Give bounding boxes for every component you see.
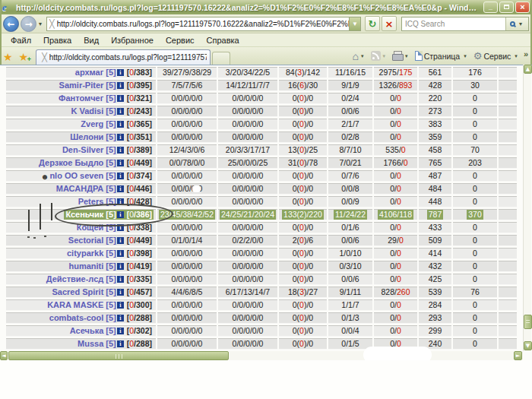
player-info-icon[interactable]: i — [117, 340, 124, 347]
player-name-link[interactable]: Mussa [5] — [78, 339, 116, 348]
player-name-link[interactable]: humaniti [5] — [68, 261, 116, 271]
player-name-link[interactable]: Ксеньчик [5] — [65, 210, 116, 219]
vertical-scroll-thumb[interactable] — [524, 315, 532, 329]
player-info-icon[interactable]: i — [117, 237, 124, 244]
player-name-link[interactable]: Sacred Spirit [5] — [52, 287, 116, 296]
add-favorite-icon[interactable]: ★+ — [16, 49, 32, 65]
search-button[interactable]: ▾ — [505, 17, 528, 30]
back-button[interactable]: ← — [3, 16, 19, 32]
menu-tools[interactable]: Сервис — [160, 35, 201, 46]
player-info-icon[interactable]: i — [117, 134, 124, 141]
stop-button[interactable]: × — [382, 16, 397, 31]
player-name-link[interactable]: Дерзкое Быдло [5] — [39, 158, 116, 167]
deaths-max: /383] — [134, 68, 152, 77]
exp-stats-cell: 0/0 — [374, 299, 417, 311]
player-info-icon[interactable]: i — [117, 198, 124, 205]
player-info-icon[interactable]: i — [117, 263, 124, 270]
scroll-up-icon[interactable]: ▲ — [524, 65, 532, 74]
player-name-link[interactable]: cityparkk [5] — [67, 249, 116, 258]
player-name-run: Zverg [5]i [0/365] — [79, 119, 154, 130]
player-name-link[interactable]: nlo OO seven [5] — [49, 171, 116, 180]
player-name-link[interactable]: Den-Silver [5] — [62, 145, 116, 154]
whiteout-smudge — [192, 185, 201, 192]
player-info-icon[interactable]: i — [117, 160, 124, 166]
address-dropdown-icon[interactable]: ▼ — [349, 17, 360, 30]
player-name-link[interactable]: Кощей [5] — [77, 223, 116, 232]
player-name-link[interactable]: Sectorial [5] — [68, 236, 116, 245]
player-name-link[interactable]: KARA MASKE [5] — [47, 300, 116, 309]
hp-stats-cell: 359 — [419, 131, 451, 143]
player-info-icon[interactable]: i — [117, 108, 124, 115]
new-tab-button[interactable] — [212, 52, 230, 65]
scroll-down-icon[interactable]: ▼ — [524, 341, 532, 350]
total-stats-cell: 0 — [453, 196, 497, 207]
favorites-star-icon[interactable]: ★ — [0, 49, 16, 65]
player-info-icon[interactable]: i — [117, 250, 124, 257]
deaths-max: /288] — [134, 339, 152, 348]
player-info-icon[interactable]: i — [117, 302, 124, 309]
player-name-link[interactable]: combats-cool [5] — [49, 313, 116, 322]
player-info-icon[interactable]: i — [117, 211, 124, 218]
search-dropdown-icon[interactable]: ▾ — [517, 21, 524, 27]
hit-stats-cell: 0/0/0/0/0 — [218, 222, 277, 233]
scroll-left-icon[interactable]: ◄ — [0, 351, 8, 360]
page-menu-button[interactable]: Страница▾ — [413, 49, 471, 64]
tools-menu-button[interactable]: ⚙Сервис▾ — [471, 49, 522, 64]
menu-favorites[interactable]: Избранное — [105, 35, 160, 46]
player-name-link[interactable]: Zverg [5] — [81, 119, 116, 128]
player-name-link[interactable]: K Vadisi [5] — [71, 106, 116, 116]
history-dropdown-icon[interactable]: ▾ — [36, 21, 44, 27]
address-url[interactable]: http://oldcity.combats.ru/logs.pl?log=12… — [57, 20, 349, 28]
player-name-run: Sectorial [5]i [0/449] — [67, 236, 154, 246]
total-stats-cell: 0 — [453, 274, 497, 285]
crit-stats-cell: 0(0)/0 — [279, 222, 327, 233]
player-name-link[interactable]: архмаг [5] — [75, 68, 116, 77]
search-input[interactable]: ICQ Search — [402, 20, 505, 28]
player-info-icon[interactable]: i — [117, 147, 124, 154]
player-info-icon[interactable]: i — [117, 69, 124, 76]
player-info-icon[interactable]: i — [117, 289, 124, 296]
menu-edit[interactable]: Правка — [37, 35, 78, 46]
deaths-max: /419] — [134, 261, 152, 271]
address-field[interactable]: ╳ http://oldcity.combats.ru/logs.pl?log=… — [46, 17, 361, 31]
player-info-icon[interactable]: i — [117, 95, 124, 102]
close-button[interactable]: × — [515, 2, 530, 13]
toolbar-overflow-icon[interactable]: » — [522, 49, 530, 63]
home-button[interactable]: ⌂▾ — [350, 49, 369, 64]
search-box[interactable]: ICQ Search ▾ — [401, 17, 529, 31]
player-cell: МАСАНДРА [5]i [0/446] — [6, 183, 156, 195]
player-name-link[interactable]: Peters [5] — [78, 197, 116, 206]
refresh-button[interactable]: ↻ — [365, 16, 380, 31]
print-button[interactable]: ▾ — [390, 49, 413, 64]
restore-button[interactable] — [499, 2, 514, 13]
player-name-link[interactable]: Асечька [5] — [70, 326, 116, 335]
player-info-icon[interactable]: i — [117, 185, 124, 192]
active-tab[interactable]: ╳ http://oldcity.combats.ru/logs.pl?log=… — [36, 49, 211, 65]
player-info-icon[interactable]: i — [117, 315, 124, 321]
player-name-link[interactable]: Действие-лсд [5] — [46, 274, 116, 283]
player-name-link[interactable]: Samir-Piter [5] — [59, 81, 116, 90]
player-info-icon[interactable]: i — [117, 224, 124, 231]
table-row: Кощей [5]i [0/338]0/0/0/0/00/0/0/0/00(0)… — [6, 222, 517, 233]
vertical-scrollbar[interactable]: ▲ ▼ — [523, 65, 531, 351]
player-info-icon[interactable]: i — [117, 82, 124, 89]
player-info-icon[interactable]: i — [117, 121, 124, 128]
minimize-button[interactable]: _ — [483, 2, 498, 13]
total-stats-cell: 0 — [453, 261, 497, 272]
filler-cell — [499, 248, 517, 259]
dodge-stats-cell: 2/1/7 — [328, 119, 372, 130]
player-info-icon[interactable]: i — [117, 276, 124, 283]
forward-button[interactable]: → — [21, 16, 36, 32]
player-info-icon[interactable]: i — [117, 328, 124, 334]
menu-help[interactable]: Справка — [201, 35, 245, 46]
scroll-right-icon[interactable]: ► — [514, 351, 522, 360]
menu-file[interactable]: Файл — [5, 35, 37, 46]
player-name-link[interactable]: МАСАНДРА [5] — [56, 184, 116, 193]
player-name-link[interactable]: Фантомчег [5] — [59, 93, 116, 103]
menu-view[interactable]: Вид — [78, 35, 105, 46]
horizontal-scroll-thumb[interactable] — [8, 351, 229, 360]
player-name-link[interactable]: Шелони [5] — [70, 132, 116, 141]
player-info-icon[interactable]: i — [117, 173, 124, 179]
table-row: Peters [5]i [0/428]0/0/0/0/00/0/0/0/00(0… — [6, 196, 517, 207]
feeds-button[interactable]: ▾ — [369, 49, 391, 64]
